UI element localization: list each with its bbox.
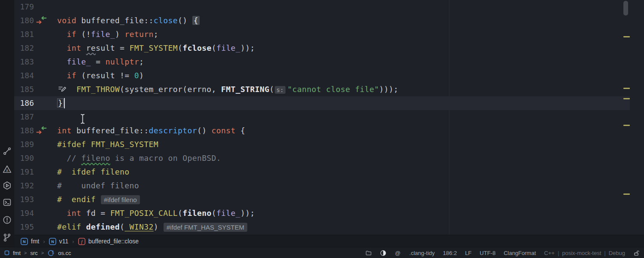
warning-stripe-mark[interactable] bbox=[623, 98, 630, 99]
token: (system_error(errno, bbox=[120, 85, 221, 94]
folder-icon[interactable] bbox=[365, 250, 372, 256]
code-line-182[interactable]: 182 int result = FMT_SYSTEM(fclose(file_… bbox=[14, 41, 630, 55]
token: nullptr bbox=[105, 57, 139, 66]
token: )); bbox=[240, 43, 255, 52]
token bbox=[57, 43, 67, 52]
code-line-188[interactable]: 188int buffered_file::descriptor() const… bbox=[14, 124, 630, 138]
code-text[interactable]: # endif#ifdef fileno bbox=[57, 193, 140, 207]
code-text[interactable]: } bbox=[57, 96, 65, 110]
code-line-195[interactable]: 195#elif defined(_WIN32)#ifdef FMT_HAS_S… bbox=[14, 220, 630, 234]
token: sult = bbox=[96, 43, 130, 52]
git-branch-icon[interactable] bbox=[3, 233, 12, 242]
run-icon[interactable] bbox=[3, 181, 12, 190]
status-path-project[interactable]: fmt bbox=[13, 250, 21, 256]
code-text[interactable]: int result = FMT_SYSTEM(fclose(file_)); bbox=[57, 41, 255, 55]
code-text[interactable]: # undef fileno bbox=[57, 179, 139, 193]
run-mode-label: Debug bbox=[609, 250, 625, 256]
problems-icon[interactable] bbox=[3, 215, 12, 224]
run-configuration-widget[interactable]: C++ | posix-mock-test | Debug bbox=[544, 250, 625, 256]
line-number: 187 bbox=[18, 110, 34, 124]
scrollbar-thumb[interactable] bbox=[623, 1, 628, 15]
code-text[interactable]: # ifdef fileno bbox=[57, 165, 130, 179]
breadcrumb-namespace-v11[interactable]: N v11 bbox=[49, 238, 69, 245]
code-text[interactable]: // fileno is a macro on OpenBSD. bbox=[57, 151, 221, 165]
token: // bbox=[67, 154, 81, 163]
token: # ifdef fileno bbox=[57, 167, 130, 176]
code-line-185[interactable]: 185 FMT_THROW(system_error(errno, FMT_ST… bbox=[14, 83, 630, 96]
code-line-187[interactable]: 187 bbox=[14, 110, 630, 124]
code-line-181[interactable]: 181 if (!file_) return; bbox=[14, 28, 630, 41]
terminal-icon[interactable] bbox=[3, 198, 12, 207]
spellcheck-warning-icon[interactable]: a bbox=[3, 165, 12, 174]
token: buffered_file:: bbox=[76, 16, 154, 25]
project-icon[interactable] bbox=[4, 250, 9, 255]
breadcrumb-separator: › bbox=[43, 238, 45, 245]
code-text[interactable]: if (result != 0) bbox=[57, 69, 144, 83]
encoding-widget[interactable]: UTF-8 bbox=[480, 250, 495, 256]
code-line-186[interactable]: 186} bbox=[14, 96, 630, 110]
code-text[interactable]: void buffered_file::close() { bbox=[57, 14, 200, 28]
code-line-192[interactable]: 192# undef fileno bbox=[14, 179, 630, 193]
svg-text:N: N bbox=[23, 240, 26, 244]
mentions-icon[interactable]: @ bbox=[395, 250, 401, 256]
token bbox=[57, 30, 67, 39]
token: fileno bbox=[182, 209, 211, 218]
token: { bbox=[192, 16, 200, 25]
breadcrumb-function[interactable]: f buffered_file::close bbox=[78, 238, 139, 245]
lock-open-icon[interactable] bbox=[633, 250, 640, 256]
code-line-189[interactable]: 189#ifdef FMT_HAS_SYSTEM bbox=[14, 138, 630, 151]
token: int bbox=[67, 209, 81, 218]
svg-text:N: N bbox=[51, 240, 54, 244]
line-number: 183 bbox=[18, 55, 34, 69]
status-path-folder[interactable]: src bbox=[30, 250, 38, 256]
code-rows: 179180void buffered_file::close() {181 i… bbox=[14, 0, 644, 234]
code-text[interactable]: int fd = FMT_POSIX_CALL(fileno(file_)); bbox=[57, 206, 255, 220]
token: #elif bbox=[57, 222, 81, 231]
code-line-194[interactable]: 194 int fd = FMT_POSIX_CALL(fileno(file_… bbox=[14, 206, 630, 220]
code-line-190[interactable]: 190 // fileno is a macro on OpenBSD. bbox=[14, 151, 630, 165]
token bbox=[57, 71, 67, 80]
line-number: 192 bbox=[18, 179, 34, 193]
warning-stripe-mark[interactable] bbox=[623, 36, 630, 37]
code-line-180[interactable]: 180void buffered_file::close() { bbox=[14, 14, 630, 28]
token bbox=[57, 57, 67, 66]
status-file-path: fmt > src > os.cc bbox=[4, 249, 71, 257]
warning-stripe-mark[interactable] bbox=[623, 125, 630, 126]
token: ) bbox=[154, 222, 158, 231]
token: = bbox=[91, 57, 106, 66]
formatter-widget[interactable]: ClangFormat bbox=[504, 250, 536, 256]
link-icon[interactable] bbox=[3, 147, 12, 156]
code-text[interactable]: int buffered_file::descriptor() const { bbox=[57, 124, 245, 138]
code-line-193[interactable]: 193# endif#ifdef fileno bbox=[14, 193, 630, 206]
token: _WIN32 bbox=[125, 222, 153, 231]
code-line-183[interactable]: 183 file_ = nullptr; bbox=[14, 55, 630, 69]
nav-arrows-icon[interactable] bbox=[36, 126, 47, 135]
code-line-184[interactable]: 184 if (result != 0) bbox=[14, 69, 630, 83]
code-text[interactable]: #ifdef FMT_HAS_SYSTEM bbox=[57, 138, 158, 151]
run-config-label: posix-mock-test bbox=[562, 250, 601, 256]
token: FMT_SYSTEM bbox=[130, 43, 178, 52]
token: ) bbox=[139, 71, 144, 80]
token: ( bbox=[212, 209, 216, 218]
warning-stripe-mark[interactable] bbox=[623, 194, 630, 195]
breadcrumb-namespace-fmt[interactable]: N fmt bbox=[21, 238, 39, 245]
warning-stripe-mark[interactable] bbox=[623, 88, 630, 89]
caret-position-widget[interactable]: 186:2 bbox=[443, 250, 457, 256]
nav-arrows-icon[interactable] bbox=[36, 16, 47, 25]
line-ending-widget[interactable]: LF bbox=[465, 250, 471, 256]
pipe-separator: | bbox=[558, 250, 559, 256]
code-line-191[interactable]: 191# ifdef fileno bbox=[14, 165, 630, 179]
token bbox=[57, 154, 67, 163]
status-path-file[interactable]: os.cc bbox=[58, 250, 71, 256]
line-number: 184 bbox=[18, 69, 34, 83]
line-number: 181 bbox=[18, 28, 34, 41]
code-line-179[interactable]: 179 bbox=[14, 0, 630, 14]
code-text[interactable]: file_ = nullptr; bbox=[57, 55, 144, 69]
code-text[interactable]: #elif defined(_WIN32)#ifdef FMT_HAS_SYST… bbox=[57, 220, 247, 234]
code-editor[interactable]: 179180void buffered_file::close() {181 i… bbox=[14, 0, 644, 235]
token: const bbox=[212, 126, 236, 135]
contrast-icon[interactable] bbox=[380, 250, 386, 256]
code-text[interactable]: FMT_THROW(system_error(errno, FMT_STRING… bbox=[57, 83, 398, 97]
code-text[interactable]: if (!file_) return; bbox=[57, 28, 158, 41]
clang-tidy-widget[interactable]: .clang-tidy bbox=[409, 250, 434, 256]
